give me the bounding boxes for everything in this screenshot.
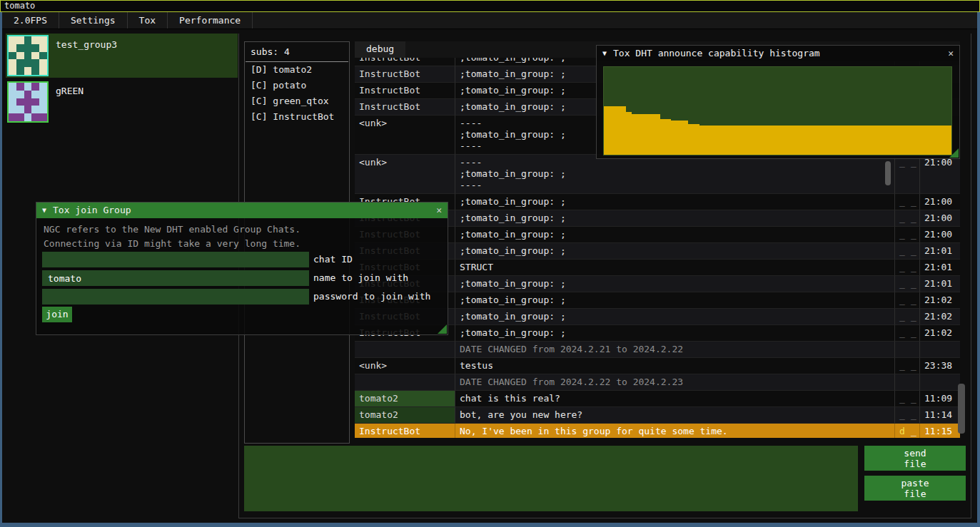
histogram-bar bbox=[699, 126, 705, 155]
join-field-row: password to join with bbox=[42, 289, 430, 305]
histogram-bar bbox=[744, 126, 749, 155]
message-timestamp: 11:15 bbox=[920, 424, 960, 438]
avatar-cell bbox=[9, 98, 16, 106]
histogram-bar bbox=[604, 106, 610, 155]
chat-inner-scrollbar[interactable] bbox=[885, 161, 891, 185]
message-text: testus bbox=[455, 358, 895, 374]
avatar-cell bbox=[31, 91, 39, 98]
histogram-bar bbox=[906, 126, 912, 155]
message-status-indicator-2: _ bbox=[908, 424, 920, 438]
message-status-indicator-2: _ bbox=[908, 227, 920, 243]
message-timestamp bbox=[920, 342, 960, 358]
message-text: ;tomato_in_group: ; bbox=[455, 276, 895, 292]
avatar-cell bbox=[39, 36, 47, 44]
message-input[interactable] bbox=[244, 446, 858, 511]
join-field-label: chat ID bbox=[313, 254, 353, 265]
message-text: ;tomato_in_group: ; bbox=[455, 210, 895, 227]
menu-item[interactable]: Tox bbox=[128, 12, 168, 29]
message-status-indicator-1: d bbox=[895, 424, 908, 438]
histogram-bar bbox=[682, 121, 688, 155]
message-text: ;tomato_in_group: ; bbox=[455, 243, 895, 260]
histogram-bar bbox=[722, 126, 727, 155]
message-status-indicator-1: _ bbox=[895, 276, 908, 292]
frame-border-right bbox=[977, 12, 980, 527]
menu-item[interactable]: Settings bbox=[59, 12, 128, 29]
avatar-cell bbox=[9, 44, 16, 52]
paste-file-button[interactable]: paste file bbox=[864, 476, 966, 501]
join-field-input[interactable] bbox=[42, 252, 309, 267]
group-name: test_group3 bbox=[56, 34, 117, 51]
histogram-bar bbox=[912, 126, 918, 155]
chat-message-row[interactable]: DATE CHANGED from 2024.2.22 to 2024.2.23 bbox=[355, 374, 960, 391]
message-status-indicator-2: _ bbox=[908, 260, 920, 276]
chat-message-row[interactable]: InstructBot No, I've been in this group … bbox=[355, 424, 960, 438]
chat-message-row[interactable]: <unk> testus _ _ 23:38 bbox=[355, 358, 960, 374]
chat-message-row[interactable]: tomato2 bot, are you new here? _ _ 11:14 bbox=[355, 407, 960, 424]
collapse-arrow-icon[interactable]: ▼ bbox=[42, 205, 46, 216]
chat-message-row[interactable]: DATE CHANGED from 2024.2.21 to 2024.2.22 bbox=[355, 342, 960, 358]
close-icon[interactable]: ✕ bbox=[436, 205, 442, 216]
avatar-cell bbox=[39, 44, 47, 52]
avatar-cell bbox=[31, 36, 39, 44]
avatar-cell bbox=[31, 98, 39, 106]
avatar-cell bbox=[16, 44, 24, 52]
frame-border-bottom bbox=[0, 523, 980, 527]
join-field-input[interactable] bbox=[42, 270, 309, 286]
chat-scrollbar[interactable] bbox=[958, 384, 965, 434]
message-status-indicator-1: _ bbox=[895, 358, 908, 374]
peer-list-item: [D] tomato2 bbox=[245, 62, 349, 78]
histogram-bar bbox=[823, 126, 829, 155]
join-field-input[interactable] bbox=[42, 289, 309, 305]
window-titlebar: tomato bbox=[0, 0, 980, 12]
avatar-cell bbox=[16, 91, 24, 98]
histogram-bar bbox=[626, 112, 632, 155]
message-status-indicator-2: _ bbox=[908, 358, 920, 374]
menu-item[interactable]: Performance bbox=[168, 12, 253, 29]
avatar-cell bbox=[39, 59, 47, 67]
avatar-cell bbox=[16, 59, 24, 67]
histogram-bar bbox=[839, 126, 845, 155]
message-text: STRUCT bbox=[455, 260, 895, 276]
group-row[interactable]: test_group3 bbox=[6, 34, 238, 78]
avatar-cell bbox=[31, 52, 39, 60]
message-status-indicator-2: _ bbox=[908, 391, 920, 407]
avatar-cell bbox=[39, 113, 47, 121]
dht-histogram-title: Tox DHT announce capability histogram bbox=[613, 48, 820, 59]
send-file-button[interactable]: send file bbox=[864, 446, 966, 471]
join-field-row: chat ID bbox=[42, 252, 430, 267]
collapse-arrow-icon[interactable]: ▼ bbox=[602, 48, 607, 59]
resize-grip[interactable] bbox=[438, 324, 447, 334]
join-button[interactable]: join bbox=[42, 307, 72, 322]
message-timestamp: 21:00 bbox=[920, 227, 960, 243]
message-status-indicator-1: _ bbox=[895, 391, 908, 407]
message-status-indicator-2: _ bbox=[908, 276, 920, 292]
chat-message-row[interactable]: tomato2 chat is this real? _ _ 11:09 bbox=[355, 391, 960, 407]
histogram-bar bbox=[739, 126, 744, 155]
histogram-bar bbox=[655, 114, 660, 155]
avatar-cell bbox=[9, 52, 16, 60]
message-status-indicator-1: _ bbox=[895, 407, 908, 424]
group-row[interactable]: gREEN bbox=[6, 80, 238, 124]
message-timestamp: 21:01 bbox=[920, 243, 960, 260]
close-icon[interactable]: ✕ bbox=[948, 48, 954, 59]
histogram-bar bbox=[884, 126, 890, 155]
chat-message-row[interactable]: <unk> ---- ;tomato_in_group: ; ---- _ _ … bbox=[355, 155, 960, 194]
avatar-cell bbox=[31, 67, 39, 75]
join-field-label: password to join with bbox=[313, 291, 430, 302]
histogram-bar bbox=[615, 106, 621, 155]
histogram-bar bbox=[901, 126, 907, 155]
histogram-bar bbox=[867, 126, 873, 155]
menu-bar: 2.0FPS Settings Tox Performance bbox=[2, 12, 977, 29]
resize-grip[interactable] bbox=[949, 148, 959, 158]
histogram-bar bbox=[733, 126, 739, 155]
join-field-row: name to join with bbox=[42, 270, 430, 286]
avatar-cell bbox=[24, 106, 32, 113]
histogram-bar bbox=[632, 114, 637, 155]
group-name: gREEN bbox=[56, 80, 84, 97]
menu-item-label: Performance bbox=[179, 15, 241, 26]
message-status-indicator-2: _ bbox=[908, 194, 920, 210]
histogram-bar bbox=[935, 126, 941, 155]
message-sender bbox=[355, 374, 455, 391]
message-timestamp: 11:14 bbox=[920, 407, 960, 424]
message-status-indicator-2: _ bbox=[908, 155, 920, 194]
